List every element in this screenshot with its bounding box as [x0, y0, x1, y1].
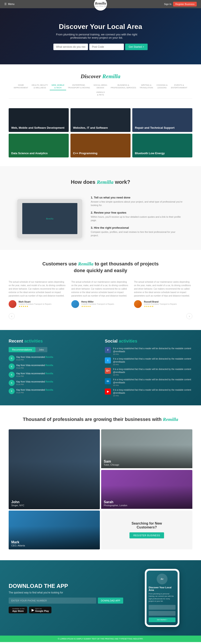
cat-enterprise[interactable]: ENTERPRISE,TRANSPORT & MOVING [66, 83, 92, 90]
social-text-li: It is a long established fact that a rea… [113, 378, 192, 384]
service-card-cpp[interactable]: C++ Programming [70, 134, 131, 158]
hero-subtitle: From plumbing to personal training, we c… [53, 33, 140, 39]
testimonials-prev-button[interactable]: ‹ [9, 313, 15, 319]
service-search-input[interactable] [53, 44, 88, 50]
how-step-2-title: 2. Review your free quotes [91, 211, 184, 214]
discover-word: Discover [81, 73, 102, 80]
how-brand: Remilla [97, 179, 113, 185]
pro-right-col: Sam Tutor, Chicago Sarah Photographer, L… [101, 429, 192, 509]
pro-john-info: John Singer, NYC [11, 500, 25, 507]
cat-web-mobile[interactable]: WEB, MOBILE& TECH [50, 83, 66, 90]
search-card-title: Searching for NewCustomers? [132, 522, 162, 529]
act-text-3: Kay from Vista recommended Remilla 8:14 … [17, 372, 96, 377]
register-business-button[interactable]: REGISTER BUSINESS [129, 532, 164, 538]
get-started-button[interactable]: Get Started > [125, 44, 148, 50]
menu-item[interactable]: ☰ Menu [4, 2, 15, 6]
laptop-image: Remilla [17, 199, 82, 238]
act-dot-1: K [9, 355, 15, 361]
author-name-1: Mark Stuart [19, 300, 51, 303]
author-avatar-3 [134, 300, 142, 308]
pro-card-sam[interactable]: Sam Tutor, Chicago [101, 429, 192, 469]
professionals-grid: John Singer, NYC Sam Tutor, Chicago [9, 429, 192, 509]
act-item-5: K Kay from Vista recommended Remilla 8:1… [9, 388, 96, 394]
social-list: f It is a long established fact that a r… [105, 347, 192, 397]
how-step-1-desc: Answer a few simple questions about your… [91, 200, 184, 207]
discover-section: Discover Remilla HOMEIMPROVEMENT HEALTH,… [0, 64, 201, 108]
download-section: DOWNLOAD THE APP The quickest way to fin… [0, 560, 201, 636]
cat-events[interactable]: EVENTS &ENTERTAINMENT [169, 83, 189, 90]
pro-mark-info: Mark CEO, Atlanta [11, 540, 25, 547]
testimonial-1: The actual schedule of our maintenance v… [9, 280, 67, 308]
register-button[interactable]: Register Business [173, 2, 197, 6]
activity-list: K Kay from Vista recommended Remilla 8:1… [9, 355, 96, 394]
postcode-input[interactable] [89, 44, 124, 50]
testimonial-2-author: Henry Miller Custom Furniture Transport … [71, 300, 130, 308]
download-app-button[interactable]: DOWNLOAD APP [98, 598, 123, 604]
phone-mockup: Re Discover Your Local Area From plumbin… [145, 569, 179, 627]
author-avatar-2 [71, 300, 79, 308]
phone-screen-sub: From plumbing to personal training, we c… [149, 592, 175, 602]
professionals-brand: Remilla [163, 416, 178, 422]
service-card-web-dev[interactable]: Web, Mobile and Software Development [9, 108, 69, 132]
recent-highlight: activities [24, 339, 43, 344]
act-item-4: K Kay from Vista recommended Remilla 8:1… [9, 380, 96, 386]
how-section-wrapper: How does Remilla work? Remilla 1. Tell u… [0, 166, 201, 250]
cat-business[interactable]: BUSINESS &PROFESSIONAL SERVICES [109, 83, 138, 90]
google-play-badge[interactable]: ▶ Get it on Google Play [29, 607, 52, 613]
pro-john-image [9, 429, 100, 509]
service-card-bluetooth[interactable]: Bluetooth Low Energy [132, 134, 192, 158]
service-card-websites[interactable]: Websites, IT and Software [70, 108, 131, 132]
act-item-1: K Kay from Vista recommended Remilla 8:1… [9, 355, 96, 361]
service-card-repair[interactable]: Repair and Technical Support [132, 108, 192, 132]
pro-card-sarah[interactable]: Sarah Photographer, London [101, 470, 192, 509]
signin-button[interactable]: Sign In [164, 3, 171, 6]
testimonial-3-text: The actual schedule of our maintenance v… [134, 280, 192, 298]
cat-cooking[interactable]: COOKING &LESSONS [155, 83, 169, 90]
pro-sam-info: Sam Tutor, Chicago [104, 460, 119, 466]
facebook-icon: f [105, 347, 111, 353]
navbar: ☰ Menu Remilla Ready, Willing, Able Sign… [0, 0, 201, 8]
app-store-top: Available on the [12, 608, 25, 610]
phone-screen-input-2 [149, 611, 175, 616]
service-card-data-science[interactable]: Data Science and Analytics [9, 134, 69, 158]
cat-social[interactable]: SOCIAL MEDIADESIGN [92, 83, 109, 90]
search-customers-card: Searching for NewCustomers? REGISTER BUS… [101, 510, 192, 550]
author-info-2: Henry Miller Custom Furniture Transport … [81, 300, 114, 308]
phone-number-input[interactable] [9, 598, 96, 604]
cat-writing[interactable]: WRITING &TRANSLATION [138, 83, 155, 90]
service-card-label: Bluetooth Low Energy [132, 150, 167, 158]
hero-form: Get Started > [53, 44, 148, 50]
tab-jobs[interactable]: Jobs [36, 347, 47, 352]
pro-card-mark-bg[interactable]: Mark CEO, Atlanta [9, 510, 100, 550]
cat-animals[interactable]: ANIMALS& PETS [94, 90, 107, 97]
tab-recommendations[interactable]: Recommendations [9, 347, 36, 352]
service-grid: Web, Mobile and Software Development Web… [9, 108, 192, 158]
author-sub-2: Custom Furniture Transport & Repairs [81, 303, 114, 305]
app-store-name: App Store [12, 610, 25, 612]
google-play-name: Google Play [35, 610, 49, 612]
cat-health[interactable]: HEALTH, BEAUTY& WELLNESS [30, 83, 50, 90]
download-phone: Re Discover Your Local Area From plumbin… [132, 569, 192, 627]
act-dot-5: K [9, 388, 15, 394]
download-subtitle: The quickest way to find what you're loo… [9, 591, 123, 594]
testimonial-2: The actual schedule of our maintenance v… [71, 280, 130, 308]
cat-home-improvement[interactable]: HOMEIMPROVEMENT [12, 83, 30, 90]
site-logo[interactable]: Remilla Ready, Willing, Able [94, 0, 107, 10]
act-dot-3: K [9, 372, 15, 378]
pro-card-john[interactable]: John Singer, NYC [9, 429, 100, 509]
author-info-3: Russell Brand Custom Furniture Transport… [144, 300, 177, 308]
service-card-label: Websites, IT and Software [70, 124, 110, 132]
google-play-top: Get it on [35, 608, 49, 610]
pro-mark-title: CEO, Atlanta [11, 544, 25, 547]
social-text-tw: It is a long established fact that a rea… [113, 358, 192, 364]
pro-sarah-info: Sarah Photographer, London [104, 500, 127, 507]
testimonial-3: The actual schedule of our maintenance v… [134, 280, 192, 308]
testimonials-next-button[interactable]: › [186, 313, 192, 319]
testimonials-section: Customers use Remilla to get thousands o… [0, 250, 201, 330]
how-title: How does Remilla work? [9, 172, 192, 187]
social-title: Social activities [105, 339, 192, 344]
app-store-badge[interactable]: Available on the App Store [9, 607, 27, 613]
social-item-youtube: ▶ It is a long established fact that a r… [105, 388, 192, 397]
testimonials-brand: Remilla [78, 261, 93, 266]
act-text-5: Kay from Vista recommended Remilla 8:14 … [17, 389, 96, 394]
